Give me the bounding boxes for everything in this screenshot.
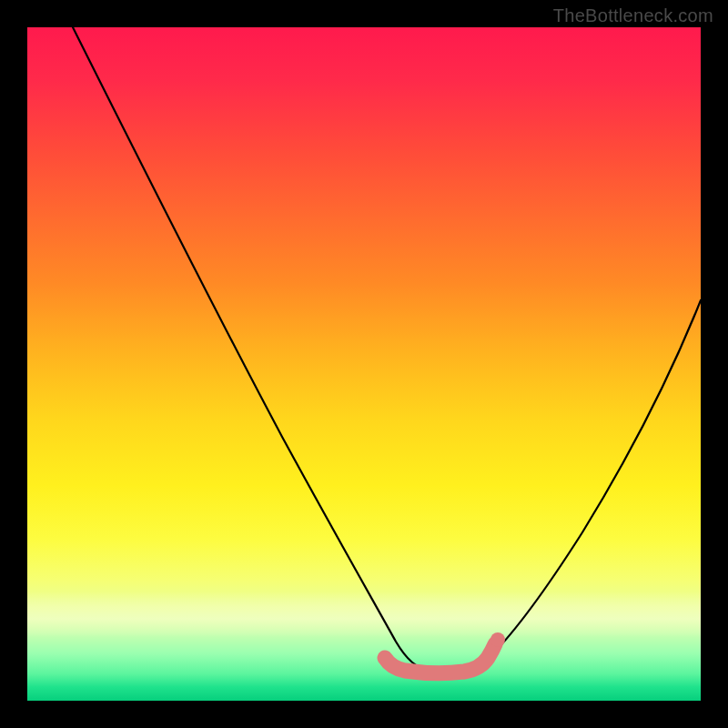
left-curve — [73, 27, 428, 669]
right-curve — [491, 300, 701, 655]
curves-layer — [27, 27, 701, 701]
valley-marker-dot — [490, 632, 505, 647]
watermark-text: TheBottleneck.com — [553, 5, 713, 26]
plot-area — [27, 27, 701, 701]
image-frame: TheBottleneck.com — [0, 0, 728, 728]
